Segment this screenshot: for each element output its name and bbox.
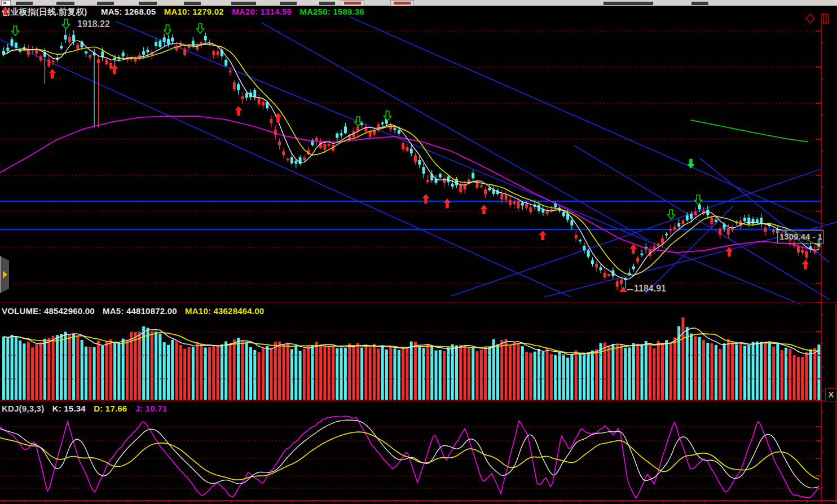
ma20-value-label: MA20: 1314.59 xyxy=(232,7,292,16)
main-chart-header: 创业板指(日线.前复权) MA5: 1268.05 MA10: 1279.02 … xyxy=(2,7,370,17)
low-price-label: 1184.91 xyxy=(634,284,666,294)
high-price-label: 1918.22 xyxy=(77,19,110,29)
volume-ma10-label: MA10: 43628464.00 xyxy=(185,306,264,316)
expand-arrow-icon xyxy=(3,271,7,278)
kdj-k-label: K: 15.34 xyxy=(52,404,86,413)
ma10-value-label: MA10: 1279.02 xyxy=(164,7,224,16)
window-layout-icon[interactable] xyxy=(821,14,829,24)
trendline-price-label: 1309.44 - 1 xyxy=(777,230,824,244)
volume-value-label: VOLUME: 48542960.00 xyxy=(2,306,95,316)
volume-ma5-label: MA5: 44810872.00 xyxy=(103,306,177,316)
close-indicator-button[interactable]: X xyxy=(825,388,837,401)
kdj-d-label: D: 17.66 xyxy=(94,404,127,413)
diamond-icon[interactable] xyxy=(805,13,815,23)
ma250-value-label: MA250: 1589.36 xyxy=(300,7,365,16)
volume-header: VOLUME: 48542960.00 MA5: 44810872.00 MA1… xyxy=(2,306,270,316)
kdj-header: KDJ(9,3,3) K: 15.34 D: 17.66 J: 10.71 xyxy=(2,404,173,413)
kdj-param-label: KDJ(9,3,3) xyxy=(2,404,44,413)
kdj-j-label: J: 10.71 xyxy=(135,404,168,413)
chart-title: 创业板指(日线.前复权) xyxy=(2,7,87,16)
ma5-value-label: MA5: 1268.05 xyxy=(101,7,156,16)
app-window: 创业板指(日线.前复权) MA5: 1268.05 MA10: 1279.02 … xyxy=(0,0,837,504)
sidebar-expand-handle[interactable] xyxy=(0,256,9,293)
corner-icons xyxy=(807,14,829,26)
chart-canvas[interactable] xyxy=(0,0,837,504)
